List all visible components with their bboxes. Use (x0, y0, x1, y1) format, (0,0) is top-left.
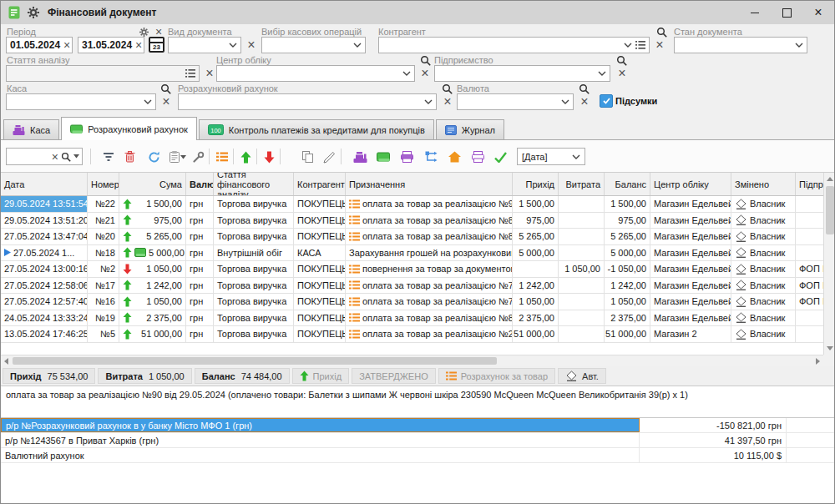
col-header-balance[interactable]: Баланс (605, 173, 650, 195)
cell-currency[interactable]: грн (186, 326, 214, 342)
approve-check-icon[interactable] (493, 149, 508, 164)
cell-expense[interactable] (559, 229, 605, 244)
cell-center[interactable]: Магазин Едельвейс (650, 213, 731, 229)
cell-currency[interactable]: грн (186, 278, 214, 294)
col-header-center[interactable]: Центр обліку (650, 173, 731, 195)
col-header-article[interactable]: Стаття фінансового аналізу (214, 173, 294, 195)
table-row[interactable]: 27.05.2024 12:58:06 №17 1 242,00 грн Тор… (1, 278, 823, 295)
col-header-currency[interactable]: Валют (186, 173, 214, 195)
printer-icon[interactable] (399, 149, 414, 164)
enterprise-select[interactable] (434, 65, 610, 82)
col-header-sum[interactable]: Сума (119, 173, 186, 195)
cell-center[interactable]: Магазин Едельвейс (650, 229, 731, 244)
orange-list-icon[interactable] (215, 149, 230, 164)
cell-sum[interactable]: 1 242,00 (119, 278, 186, 294)
search-clear-icon[interactable]: × (52, 152, 58, 162)
list-picker-icon[interactable] (635, 41, 645, 49)
cell-date[interactable]: 27.05.2024 12:57:40 (1, 294, 88, 310)
cell-balance[interactable]: 1 050,00 (605, 294, 650, 310)
cell-balance[interactable]: 975,00 (605, 213, 650, 229)
doc-state-select[interactable] (674, 37, 807, 53)
cell-date[interactable]: 29.05.2024 13:51:20 (1, 213, 88, 229)
analysis-article-field[interactable] (6, 65, 200, 82)
copy-icon[interactable] (300, 149, 315, 164)
cell-center[interactable]: Магазин Едельвейс (650, 196, 731, 212)
account-row[interactable]: р/р №1243567 в Приват Харків (грн) 41 39… (1, 433, 835, 448)
table-row[interactable]: 27.05.2024 12:57:40 №16 1 050,00 грн Тор… (1, 294, 823, 310)
cell-changed[interactable]: Власник (731, 294, 796, 310)
cell-article[interactable]: Торгова виручка (214, 326, 294, 342)
col-header-purpose[interactable]: Призначення (346, 173, 513, 195)
cell-counterparty[interactable]: ПОКУПЕЦЬ (294, 229, 346, 244)
cell-enterprise[interactable]: ФОП І (796, 261, 823, 277)
cell-sum[interactable]: 5 265,00 (119, 229, 186, 244)
cell-date[interactable]: 24.05.2024 13:33:24 (1, 310, 88, 326)
flow-branch-icon[interactable] (423, 149, 438, 164)
cell-number[interactable]: №22 (88, 196, 119, 212)
accounting-center-clear-icon[interactable]: × (418, 67, 432, 80)
cell-enterprise[interactable] (796, 213, 823, 229)
cell-counterparty[interactable]: ПОКУПЕЦЬ (294, 294, 346, 310)
col-header-date[interactable]: Дата (1, 173, 88, 195)
cell-sum[interactable]: 1 500,00 (119, 196, 186, 212)
col-header-expense[interactable]: Витрата (559, 173, 605, 195)
account-name[interactable]: р/р №1243567 в Приват Харків (грн) (1, 433, 640, 447)
cell-sum[interactable]: 51 000,00 (119, 326, 186, 342)
cell-balance[interactable]: 51 000,00 (605, 326, 650, 342)
cell-currency[interactable]: грн (186, 245, 214, 261)
analysis-article-clear-icon[interactable]: × (203, 67, 216, 80)
cell-changed[interactable]: Власник (731, 229, 796, 244)
list-picker-icon[interactable] (185, 69, 195, 78)
flag-approved[interactable]: ЗАТВЕРДЖЕНО (352, 368, 436, 384)
cell-expense[interactable] (559, 278, 605, 294)
expense-arrow-down-icon[interactable] (261, 149, 276, 164)
cell-expense[interactable]: 1 050,00 (559, 261, 605, 277)
currency-clear-icon[interactable]: × (578, 95, 591, 108)
cell-income[interactable]: 51 000,00 (513, 326, 559, 342)
cell-changed[interactable]: Власник (731, 261, 796, 277)
cell-enterprise[interactable] (796, 245, 823, 261)
doc-type-select[interactable] (168, 37, 241, 53)
cell-enterprise[interactable] (796, 229, 823, 244)
cell-center[interactable]: Магазин Едельвейс (650, 278, 731, 294)
settlement-account-search-icon[interactable] (440, 82, 453, 95)
cell-number[interactable]: №18 (88, 245, 119, 261)
home-icon[interactable] (447, 149, 462, 164)
cell-expense[interactable] (559, 294, 605, 310)
scroll-up-icon[interactable] (827, 177, 833, 181)
table-row[interactable]: 29.05.2024 13:51:20 №21 975,00 грн Торго… (1, 213, 823, 229)
currency-select[interactable] (457, 93, 574, 110)
period-to-field[interactable]: 31.05.2024 × (78, 37, 144, 53)
calendar-icon[interactable]: 23 (149, 37, 164, 53)
account-row[interactable]: р/р №Розрахунковий рахунок в у банку Міс… (1, 418, 835, 433)
cell-purpose[interactable]: оплата за товар за реалізацією №90 ... (346, 196, 513, 212)
cell-sum[interactable]: 975,00 (119, 213, 186, 229)
cell-article[interactable]: Внутрішній обіг (214, 245, 294, 261)
cell-balance[interactable]: 1 500,00 (605, 196, 650, 212)
accounting-center-select[interactable] (216, 65, 415, 82)
cell-center[interactable]: Магазин 2 (650, 326, 731, 342)
cell-counterparty[interactable]: ПОКУПЕЦЬ (294, 310, 346, 326)
flag-income[interactable]: Прихід (292, 368, 350, 384)
cell-number[interactable]: №19 (88, 310, 119, 326)
cell-article[interactable]: Торгова виручка (214, 196, 294, 212)
cell-changed[interactable]: Власник (731, 278, 796, 294)
table-row[interactable]: 13.05.2024 17:46:25 №5 51 000,00 грн Тор… (1, 326, 823, 343)
delete-icon[interactable] (122, 149, 137, 164)
cell-number[interactable]: №17 (88, 278, 119, 294)
cell-center[interactable]: Магазин Едельвейс (650, 245, 731, 261)
counterparty-clear-icon[interactable]: × (653, 38, 666, 52)
horizontal-scrollbar[interactable] (1, 355, 823, 366)
cell-income[interactable]: 1 500,00 (513, 196, 559, 212)
cell-counterparty[interactable]: ПОКУПЕЦЬ (294, 326, 346, 342)
cell-currency[interactable]: грн (186, 261, 214, 277)
period-from-clear-icon[interactable]: × (63, 40, 70, 50)
refresh-icon[interactable] (146, 149, 161, 164)
vertical-scroll-thumb[interactable] (826, 186, 834, 234)
col-header-changed[interactable]: Змінено (731, 173, 796, 195)
cell-expense[interactable] (559, 326, 605, 342)
cell-number[interactable]: №16 (88, 294, 119, 310)
totals-checkbox-label[interactable]: Підсумки (615, 96, 657, 106)
table-row[interactable]: 29.05.2024 13:51:54 №22 1 500,00 грн Тор… (1, 196, 823, 213)
cell-center[interactable]: Магазин Едельвейс (650, 294, 731, 310)
